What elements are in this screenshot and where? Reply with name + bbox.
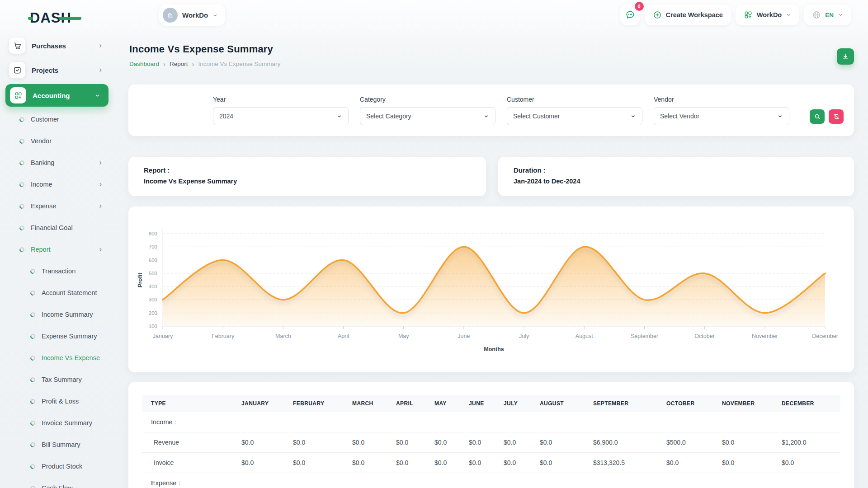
cell-value: $0.0 [713, 453, 773, 473]
group-label: Income : [142, 412, 840, 432]
column-header: JUNE [460, 395, 495, 412]
table-header-row: TYPEJANUARYFEBRUARYMARCHAPRILMAYJUNEJULY… [142, 395, 840, 412]
sidebar-item-financial-goal[interactable]: Financial Goal [0, 217, 115, 239]
year-select[interactable]: 2024 [213, 107, 349, 125]
sidebar-item-label: Projects [32, 66, 58, 74]
group-label: Expense : [142, 473, 840, 488]
topbar: WorkDo 0 Create Workspace WorkDo EN [128, 5, 851, 26]
donut-icon [30, 268, 36, 274]
sidebar-item-expense-summary[interactable]: Expense Summary [0, 325, 115, 347]
sidebar-item-banking[interactable]: Banking [0, 152, 115, 174]
sidebar-item-profit-loss[interactable]: Profit & Loss [0, 390, 115, 412]
vendor-select[interactable]: Select Vendor [654, 107, 789, 125]
donut-icon [30, 312, 36, 318]
donut-icon [19, 182, 25, 188]
cell-value: $0.0 [284, 453, 343, 473]
category-select[interactable]: Select Category [360, 107, 495, 125]
sidebar-item-customer[interactable]: Customer [0, 108, 115, 130]
sidebar-item-projects[interactable]: Projects [0, 58, 115, 82]
duration-card-value: Jan-2024 to Dec-2024 [514, 178, 839, 185]
grid-plus-icon [14, 91, 23, 100]
row-type: Invoice [142, 453, 232, 473]
chevron-right-icon [98, 43, 104, 49]
customer-select[interactable]: Select Customer [507, 107, 642, 125]
sidebar-item-income[interactable]: Income [0, 174, 115, 195]
sidebar-item-label: Bill Summary [42, 441, 80, 448]
breadcrumb-dashboard[interactable]: Dashboard [129, 61, 159, 67]
download-report-button[interactable] [837, 48, 854, 65]
sidebar-item-label: Income Summary [42, 311, 93, 318]
x-tick-label: May [398, 333, 409, 339]
report-card-value: Income Vs Expense Summary [144, 178, 471, 185]
sidebar-item-income-vs-expense[interactable]: Income Vs Expense [0, 347, 115, 369]
column-header: TYPE [142, 395, 232, 412]
sidebar-item-label: Transaction [42, 267, 75, 275]
x-tick-label: August [576, 333, 593, 339]
cell-value: $6,900.0 [584, 432, 657, 453]
main-content: WorkDo 0 Create Workspace WorkDo EN [128, 0, 854, 488]
reset-filter-button[interactable] [829, 109, 844, 124]
sidebar-item-label: Cash Flow [42, 484, 73, 488]
table-group-row: Expense : [142, 473, 840, 488]
duration-summary-card: Duration : Jan-2024 to Dec-2024 [498, 157, 854, 196]
sidebar-item-transaction[interactable]: Transaction [0, 260, 115, 282]
apply-filter-button[interactable] [810, 109, 825, 124]
sidebar-item-account-statement[interactable]: Account Statement [0, 282, 115, 304]
sidebar-item-cash-flow[interactable]: Cash Flow [0, 477, 115, 488]
filter-fields: Year2024CategorySelect CategoryCustomerS… [213, 96, 789, 125]
report-card-title: Report : [144, 166, 471, 174]
sidebar-item-label: Invoice Summary [42, 419, 92, 427]
sidebar-item-report[interactable]: Report [0, 239, 115, 260]
sidebar-item-product-stock[interactable]: Product Stock [0, 455, 115, 477]
create-workspace-button[interactable]: Create Workspace [645, 5, 731, 25]
y-axis-title: Profit [137, 272, 143, 287]
sidebar-item-bill-summary[interactable]: Bill Summary [0, 434, 115, 455]
cell-value: $500.0 [657, 432, 713, 453]
donut-icon [19, 160, 25, 166]
x-tick-label: January [153, 333, 173, 339]
x-tick-label: April [338, 333, 349, 339]
filter-field-year: Year2024 [213, 96, 349, 125]
report-table-card: TYPEJANUARYFEBRUARYMARCHAPRILMAYJUNEJULY… [128, 382, 854, 488]
workspace-selector[interactable]: WorkDo [159, 5, 225, 26]
sidebar-item-accounting[interactable]: Accounting [5, 84, 108, 107]
sidebar-item-expense[interactable]: Expense [0, 195, 115, 217]
donut-icon [30, 485, 36, 488]
sidebar-item-label: Expense Summary [42, 333, 97, 340]
cell-value: $0.0 [531, 432, 584, 453]
y-tick-label: 800 [149, 231, 157, 236]
sidebar-item-invoice-summary[interactable]: Invoice Summary [0, 412, 115, 434]
breadcrumb-report[interactable]: Report [170, 61, 188, 67]
reset-filter-icon [833, 113, 840, 120]
sidebar-item-purchases[interactable]: Purchases [0, 33, 115, 58]
x-tick-label: November [752, 333, 778, 339]
workspace-avatar [163, 8, 178, 23]
sidebar-item-label: Tax Summary [42, 376, 82, 383]
sidebar-item-label: Vendor [31, 137, 52, 145]
messages-button[interactable]: 0 [620, 5, 640, 25]
sidebar-icon-tile [9, 62, 25, 78]
sidebar-item-vendor[interactable]: Vendor [0, 130, 115, 152]
y-tick-label: 600 [149, 258, 157, 263]
donut-icon [30, 377, 36, 383]
chevron-down-icon [786, 12, 791, 18]
column-header: DECEMBER [773, 395, 840, 412]
column-header: APRIL [387, 395, 425, 412]
sidebar-item-income-summary[interactable]: Income Summary [0, 304, 115, 325]
check-square-icon [13, 66, 22, 75]
language-selector[interactable]: EN [804, 5, 851, 25]
table-group-row: Income : [142, 412, 840, 432]
chevron-down-icon [336, 113, 342, 119]
download-icon [841, 52, 849, 61]
cell-value: $0.0 [232, 453, 284, 473]
cell-value: $313,320.5 [584, 453, 657, 473]
app-logo[interactable]: DASH [30, 10, 93, 27]
cell-value: $0.0 [460, 453, 495, 473]
profit-area-chart: 100200300400500600700800JanuaryFebruaryM… [128, 206, 854, 372]
column-header: SEPTEMBER [584, 395, 657, 412]
sidebar-item-label: Income [31, 181, 52, 188]
sidebar-item-tax-summary[interactable]: Tax Summary [0, 369, 115, 390]
cell-value: $0.0 [657, 453, 713, 473]
y-tick-label: 300 [149, 297, 157, 302]
app-menu-button[interactable]: WorkDo [736, 5, 799, 25]
